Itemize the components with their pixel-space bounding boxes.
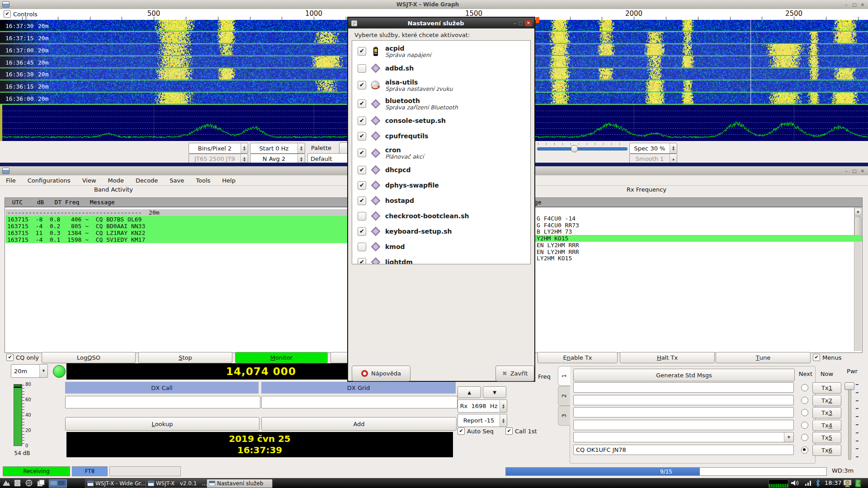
tx-2-button[interactable]: Tx 2 bbox=[812, 395, 841, 406]
auto-seq-checkbox[interactable]: ✔ Auto Seq bbox=[458, 427, 494, 435]
app-menu-icon[interactable] bbox=[2, 479, 11, 487]
dx-call-input[interactable] bbox=[65, 396, 260, 408]
call-1st-checkbox[interactable]: ✔ Call 1st bbox=[505, 427, 537, 435]
menus-checkbox[interactable]: ✔ Menus bbox=[813, 354, 841, 361]
slider-handle[interactable] bbox=[571, 145, 578, 152]
report-spinner[interactable]: Report -15▲▼ bbox=[458, 414, 507, 427]
tx-message-field-5[interactable]: ▼ bbox=[573, 432, 794, 442]
dialog-titlebar[interactable]: Nastavení služeb – □ ✕ bbox=[348, 18, 534, 28]
file-cabinet-icon[interactable] bbox=[14, 479, 22, 487]
bluetooth-icon[interactable] bbox=[815, 479, 821, 487]
screen-settings-icon[interactable] bbox=[843, 479, 853, 488]
service-checkbox[interactable]: ✔ bbox=[358, 81, 366, 89]
dialog-minimize-icon[interactable]: – bbox=[514, 20, 516, 26]
tx-tab-3[interactable]: 3 bbox=[558, 406, 570, 426]
tx-3-button[interactable]: Tx 3 bbox=[812, 407, 841, 418]
service-row-alsa-utils[interactable]: ✔alsa-utilsSpráva nastavení zvuku bbox=[352, 76, 530, 94]
service-checkbox[interactable]: ✔ bbox=[358, 47, 366, 56]
dialog-close-icon[interactable]: ✕ bbox=[525, 20, 532, 26]
tx-select-radio-5[interactable] bbox=[801, 434, 808, 441]
tx-select-radio-2[interactable] bbox=[801, 397, 808, 404]
tx-select-radio-3[interactable] bbox=[801, 409, 808, 416]
service-row-adbd.sh[interactable]: adbd.sh bbox=[352, 61, 530, 76]
wide-graph-titlebar[interactable]: WSJT-X - Wide Graph – □ ✕ bbox=[0, 0, 868, 9]
service-checkbox[interactable] bbox=[358, 243, 366, 251]
taskbar-window-3[interactable]: Nastavení služeb bbox=[207, 479, 273, 488]
spinner-arrows-icon[interactable]: ▲▼ bbox=[241, 143, 248, 153]
cpu-monitor-icon[interactable] bbox=[769, 479, 788, 488]
spec-percent-spinner[interactable]: Spec 30 %▲▼ bbox=[629, 143, 677, 154]
file-manager-icon[interactable] bbox=[37, 479, 45, 487]
monitor-button[interactable]: Monitor bbox=[235, 352, 328, 363]
menu-mode[interactable]: Mode bbox=[102, 176, 130, 185]
tx-1-button[interactable]: Tx 1 bbox=[812, 382, 841, 394]
service-row-cron[interactable]: ✔cronPlánovač akcí bbox=[352, 144, 530, 162]
bins-per-pixel-spinner[interactable]: Bins/Pixel 2▲▼ bbox=[189, 143, 248, 154]
service-checkbox[interactable] bbox=[358, 64, 366, 73]
tx-tab-1[interactable]: 1 bbox=[558, 366, 570, 386]
spinner-arrows-icon[interactable]: ▲▼ bbox=[500, 400, 507, 412]
service-row-keyboard-setup.sh[interactable]: ✔keyboard-setup.sh bbox=[352, 224, 530, 239]
tx-message-field-4[interactable] bbox=[573, 420, 794, 430]
service-checkbox[interactable]: ✔ bbox=[358, 99, 366, 108]
menu-tools[interactable]: Tools bbox=[190, 176, 216, 185]
dx-grid-input[interactable] bbox=[261, 396, 458, 408]
band-select[interactable]: 20m▼ bbox=[11, 364, 48, 378]
network-signal-icon[interactable] bbox=[805, 480, 814, 486]
service-row-dphys-swapfile[interactable]: ✔dphys-swapfile bbox=[352, 178, 530, 193]
chevron-down-icon[interactable]: ▼ bbox=[39, 365, 47, 377]
chevron-down-icon[interactable]: ▼ bbox=[784, 432, 793, 442]
volume-icon[interactable] bbox=[790, 479, 801, 487]
tx-message-field-3[interactable] bbox=[573, 407, 794, 418]
spinner-arrows-icon[interactable]: ▲▼ bbox=[670, 143, 677, 153]
service-checkbox[interactable]: ✔ bbox=[358, 181, 366, 190]
menu-file[interactable]: File bbox=[0, 176, 22, 185]
service-checkbox[interactable]: ✔ bbox=[358, 197, 366, 205]
minimize-icon[interactable]: – bbox=[844, 169, 849, 174]
generate-std-msgs-button[interactable]: Generate Std Msgs bbox=[573, 369, 795, 381]
freq-up-button[interactable]: ▲ bbox=[458, 386, 481, 398]
service-checkbox[interactable]: ✔ bbox=[358, 166, 366, 174]
menu-help[interactable]: Help bbox=[216, 176, 241, 185]
service-row-lightdm[interactable]: ✔lightdm bbox=[352, 254, 530, 264]
pwr-slider-track[interactable] bbox=[848, 383, 851, 460]
spinner-arrows-icon[interactable]: ▲▼ bbox=[297, 143, 305, 153]
tune-button[interactable]: Tune bbox=[716, 352, 811, 363]
menu-view[interactable]: View bbox=[76, 176, 102, 185]
menu-configurations[interactable]: Configurations bbox=[22, 176, 76, 185]
enable-tx-button[interactable]: Enable Tx bbox=[538, 352, 618, 363]
waterfall-gain-slider[interactable] bbox=[537, 143, 627, 153]
lookup-button[interactable]: Lookup bbox=[65, 417, 259, 431]
service-row-acpid[interactable]: ✔acpidSpráva napájení bbox=[352, 42, 530, 61]
service-row-hostapd[interactable]: ✔hostapd bbox=[352, 193, 530, 208]
taskbar-window-2[interactable]: WSJT-X v2.0.1 ... bbox=[146, 479, 209, 488]
tx-select-radio-1[interactable] bbox=[801, 384, 808, 391]
menu-save[interactable]: Save bbox=[164, 176, 190, 185]
rx-freq-spinner[interactable]: Rx 1698 Hz▲▼ bbox=[458, 399, 507, 413]
tx-4-button[interactable]: Tx 4 bbox=[812, 420, 841, 431]
stop-button[interactable]: Stop bbox=[138, 352, 232, 363]
taskbar-window-1[interactable]: WSJT-X - Wide Gr... bbox=[85, 479, 149, 488]
tx-5-button[interactable]: Tx 5 bbox=[812, 432, 841, 443]
spinner-arrows-icon[interactable]: ▲▼ bbox=[297, 154, 305, 164]
service-checkbox[interactable] bbox=[358, 212, 366, 221]
cq-only-box[interactable]: ✔ bbox=[6, 354, 14, 361]
pwr-slider-handle[interactable] bbox=[844, 382, 854, 390]
tx-select-radio-4[interactable] bbox=[801, 422, 808, 429]
service-row-kmod[interactable]: kmod bbox=[352, 239, 530, 254]
service-checkbox[interactable]: ✔ bbox=[358, 227, 366, 236]
close-icon[interactable]: ✕ bbox=[860, 169, 865, 174]
add-button[interactable]: Add bbox=[261, 417, 457, 431]
help-button[interactable]: Nápověda bbox=[352, 366, 410, 381]
service-checkbox[interactable]: ✔ bbox=[358, 117, 366, 125]
halt-tx-button[interactable]: Halt Tx bbox=[620, 352, 715, 363]
service-row-bluetooth[interactable]: ✔bluetoothSpráva zařízení Bluetooth bbox=[352, 94, 530, 113]
service-row-cpufrequtils[interactable]: ✔cpufrequtils bbox=[352, 128, 530, 144]
service-checkbox[interactable]: ✔ bbox=[358, 132, 366, 141]
service-row-dhcpcd[interactable]: ✔dhcpcd bbox=[352, 162, 530, 178]
service-checkbox[interactable]: ✔ bbox=[358, 149, 366, 157]
tx-message-field-2[interactable] bbox=[573, 395, 794, 405]
service-row-checkroot-bootclean.sh[interactable]: checkroot-bootclean.sh bbox=[352, 208, 530, 224]
maximize-icon[interactable]: □ bbox=[852, 169, 857, 174]
maximize-icon[interactable]: □ bbox=[852, 2, 857, 7]
